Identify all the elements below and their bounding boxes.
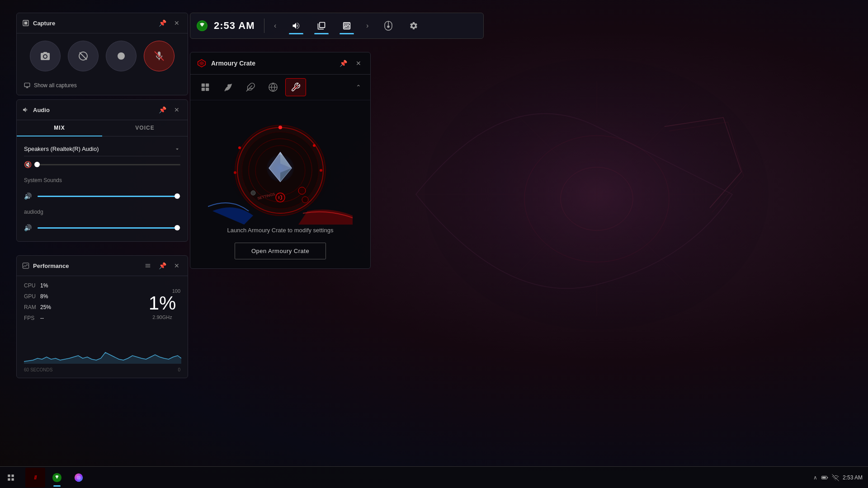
perf-big-number: 1% xyxy=(149,294,176,313)
audiodg-slider[interactable] xyxy=(38,227,180,229)
audio-close-btn[interactable]: ✕ xyxy=(171,104,182,115)
taskbar: // ∧ xyxy=(0,466,868,488)
perf-title: Performance xyxy=(33,263,139,269)
armoury-crate-panel: Armoury Crate 📌 ✕ xyxy=(190,52,371,269)
svg-point-43 xyxy=(313,144,316,147)
audio-icon xyxy=(22,106,29,113)
perf-pin-btn[interactable]: 📌 xyxy=(157,260,168,271)
capture-panel: Capture 📌 ✕ xyxy=(16,13,188,95)
gamebar-settings-btn[interactable] xyxy=(402,16,425,36)
perf-sub-value: 2.90GHz xyxy=(152,314,172,320)
monitor-icon xyxy=(24,82,30,89)
capture-icon xyxy=(22,19,29,27)
armoury-launch-text: Launch Armoury Crate to modify settings xyxy=(227,227,334,234)
armoury-title: Armoury Crate xyxy=(211,60,333,67)
show-all-captures-btn[interactable]: Show all captures xyxy=(17,79,188,95)
armoury-tab-feather[interactable] xyxy=(240,78,261,96)
audio-title: Audio xyxy=(33,107,153,113)
svg-point-42 xyxy=(278,126,282,129)
taskbar-tray: ∧ 2:53 AM xyxy=(813,474,868,481)
audiodg-fill xyxy=(38,227,178,229)
svg-point-44 xyxy=(320,169,322,172)
gamebar-performance-btn[interactable] xyxy=(335,16,359,36)
svg-line-17 xyxy=(80,52,87,60)
audio-system-slider-row: 🔊 xyxy=(24,188,180,204)
audio-device-selector[interactable]: Speakers (Realtek(R) Audio) xyxy=(24,142,180,156)
perf-close-btn[interactable]: ✕ xyxy=(171,260,182,271)
record-btn[interactable] xyxy=(106,41,137,71)
system-sounds-slider[interactable] xyxy=(38,196,180,197)
armoury-close-btn[interactable]: ✕ xyxy=(353,58,364,69)
taskbar-paint-btn[interactable] xyxy=(69,468,89,488)
battery-icon xyxy=(821,474,828,481)
capture-buttons-group xyxy=(17,33,188,79)
armoury-tab-globe[interactable] xyxy=(263,78,283,96)
svg-rect-57 xyxy=(12,474,14,477)
svg-rect-63 xyxy=(822,477,826,479)
svg-point-55 xyxy=(251,191,255,195)
armoury-tabs-expand-btn[interactable]: ⌃ xyxy=(351,80,366,94)
open-armoury-crate-button[interactable]: Open Armoury Crate xyxy=(235,243,326,259)
taskbar-items: // xyxy=(22,468,89,488)
perf-controls xyxy=(142,260,153,271)
audiodg-icon: 🔊 xyxy=(24,224,33,231)
perf-chart-area: 60 SECONDS 0 xyxy=(17,332,188,378)
mic-mute-btn[interactable] xyxy=(144,41,175,71)
muted-slider-track[interactable] xyxy=(38,164,180,165)
audio-tab-voice[interactable]: VOICE xyxy=(102,120,188,136)
perf-panel-header: Performance 📌 ✕ xyxy=(17,256,188,276)
gamebar-audio-btn[interactable] xyxy=(284,16,308,36)
capture-close-btn[interactable]: ✕ xyxy=(171,18,182,28)
taskbar-start-btn[interactable] xyxy=(0,467,22,488)
svg-rect-58 xyxy=(8,478,10,480)
ram-pct: 25% xyxy=(40,304,57,310)
capture-title: Capture xyxy=(33,20,153,27)
armoury-tab-leaf[interactable] xyxy=(217,78,238,96)
taskbar-show-hidden-btn[interactable]: ∧ xyxy=(813,474,817,481)
perf-fps-row: FPS -- xyxy=(24,315,137,321)
audio-tab-mix[interactable]: MIX xyxy=(17,120,102,136)
ram-label: RAM xyxy=(24,304,40,310)
capture-pin-btn[interactable]: 📌 xyxy=(157,18,168,28)
armoury-tab-tools[interactable] xyxy=(285,78,306,96)
audio-pin-btn[interactable]: 📌 xyxy=(157,104,168,115)
perf-ram-row: RAM 25% xyxy=(24,304,137,310)
taskbar-rog-btn[interactable]: // xyxy=(25,468,45,488)
svg-point-18 xyxy=(118,52,125,60)
gpu-pct: 8% xyxy=(40,293,57,300)
gamebar-capture-btn[interactable] xyxy=(310,16,333,36)
gamebar-separator xyxy=(264,19,264,33)
audio-panel-header: Audio 📌 ✕ xyxy=(17,100,188,120)
taskbar-xbox-btn[interactable] xyxy=(47,468,67,488)
perf-content: CPU 1% GPU 8% RAM 25% FPS -- 100 1% 2.90… xyxy=(17,276,188,332)
svg-point-45 xyxy=(238,146,241,149)
xbox-icon[interactable] xyxy=(194,18,210,34)
gamebar-prev-btn[interactable]: ‹ xyxy=(268,16,283,36)
gamebar-top-panel: 2:53 AM ‹ › xyxy=(190,13,484,39)
screenshot-btn[interactable] xyxy=(30,41,61,71)
show-all-captures-label: Show all captures xyxy=(34,82,77,89)
svg-rect-20 xyxy=(24,83,30,87)
audiodg-label: audiodg xyxy=(24,209,74,215)
perf-chart-time-label: 60 SECONDS xyxy=(24,367,52,372)
audio-channel-audiodg: audiodg xyxy=(24,204,180,220)
perf-cpu-row: CPU 1% xyxy=(24,282,137,289)
perf-gpu-row: GPU 8% xyxy=(24,293,137,300)
svg-rect-14 xyxy=(24,22,28,25)
fps-label: FPS xyxy=(24,315,40,321)
armoury-logo-icon xyxy=(197,58,207,68)
armoury-pin-btn[interactable]: 📌 xyxy=(338,58,349,69)
gamebar-next-btn[interactable]: › xyxy=(360,16,375,36)
gpu-label: GPU xyxy=(24,293,40,300)
svg-point-51 xyxy=(267,155,294,182)
svg-rect-28 xyxy=(206,84,209,87)
no-record-btn[interactable] xyxy=(68,41,99,71)
fps-pct: -- xyxy=(40,315,57,321)
gamebar-mouse-btn[interactable] xyxy=(377,16,400,36)
armoury-image-area: SETTINGS xyxy=(198,100,363,227)
armoury-tab-asus[interactable] xyxy=(195,78,216,96)
perf-settings-btn[interactable] xyxy=(142,260,153,271)
cpu-label: CPU xyxy=(24,282,40,289)
system-sounds-label: System Sounds xyxy=(24,177,74,183)
rog-eye-background xyxy=(371,36,778,352)
